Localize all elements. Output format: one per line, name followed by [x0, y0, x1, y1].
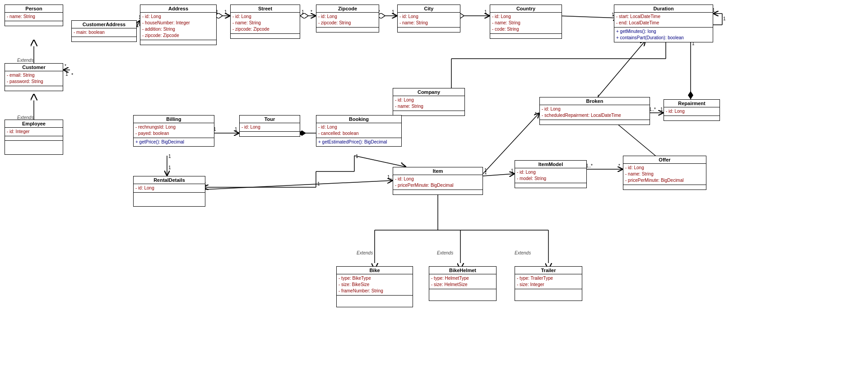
- class-customeraddress-attrs: - main: boolean: [72, 28, 136, 37]
- class-employee: Employee - id: Integer: [5, 120, 63, 155]
- class-duration-methods: + getMinutes(): long + containsPart(Dura…: [614, 28, 713, 42]
- extends-label-bike: Extends: [357, 250, 373, 255]
- svg-text:1: 1: [356, 154, 358, 159]
- class-bike: Bike - type: BikeType - size: BikeSize -…: [336, 266, 413, 307]
- svg-text:1: 1: [484, 168, 487, 173]
- svg-text:*: *: [71, 72, 74, 78]
- class-trailer-methods: [515, 289, 582, 301]
- class-company-header: Company: [393, 88, 464, 96]
- class-tour-methods: [240, 132, 300, 136]
- class-bike-methods: [337, 296, 413, 307]
- class-booking-header: Booking: [316, 116, 401, 123]
- class-trailer: Trailer - type: TrailerType - size: Inte…: [515, 266, 582, 301]
- class-tour: Tour - id: Long: [239, 115, 300, 137]
- class-item-methods: [393, 190, 483, 194]
- class-duration: Duration - start: LocalDateTime - end: L…: [614, 5, 713, 42]
- class-item-attrs: - id: Long - pricePerMinute: BigDecimal: [393, 175, 483, 190]
- svg-text:1: 1: [65, 72, 68, 77]
- class-country-attrs: - id: Long - name: String - code: String: [490, 13, 562, 34]
- class-offer: Offer - id: Long - name: String - priceP…: [623, 156, 706, 190]
- class-customeraddress-header: CustomerAddress: [72, 21, 136, 28]
- svg-text:1: 1: [168, 154, 171, 159]
- class-country: Country - id: Long - name: String - code…: [490, 5, 562, 39]
- class-item: Item - id: Long - pricePerMinute: BigDec…: [393, 167, 483, 195]
- svg-text:1: 1: [224, 9, 227, 14]
- class-tour-header: Tour: [240, 116, 300, 123]
- class-trailer-header: Trailer: [515, 267, 582, 274]
- class-customer-methods: [5, 86, 63, 91]
- class-bike-header: Bike: [337, 267, 413, 274]
- class-billing-methods: + getPrice(): BigDecimal: [134, 138, 214, 146]
- class-country-header: Country: [490, 5, 562, 13]
- class-employee-header: Employee: [5, 120, 63, 128]
- svg-text:1: 1: [392, 9, 395, 14]
- class-broken: Broken - id: Long - scheduledRepairment:…: [539, 97, 650, 125]
- extends-label-bikehelmet: Extends: [437, 250, 453, 255]
- class-street-methods: [231, 34, 300, 38]
- class-person-methods: [5, 21, 63, 26]
- class-zipcode-header: Zipcode: [316, 5, 379, 13]
- class-zipcode: Zipcode - id: Long - zipcode: String: [316, 5, 379, 32]
- class-person-attrs: - name: String: [5, 13, 63, 21]
- class-person: Person - name: String: [5, 5, 63, 26]
- class-employee-extra: [5, 141, 63, 154]
- class-customeraddress: CustomerAddress - main: boolean: [71, 20, 137, 42]
- class-bikehelmet-methods: [429, 289, 496, 301]
- class-rentaldetails-attrs: - id: Long: [134, 184, 205, 193]
- svg-text:1: 1: [484, 9, 487, 14]
- svg-text:*: *: [535, 111, 537, 116]
- class-itemmodel-attrs: - id: Long - model: String: [515, 168, 586, 183]
- extends-label-2: Extends: [17, 115, 33, 120]
- class-customer-header: Customer: [5, 64, 63, 71]
- class-broken-methods: [540, 120, 650, 125]
- class-broken-header: Broken: [540, 97, 650, 105]
- svg-text:1..*: 1..*: [586, 163, 593, 168]
- class-zipcode-attrs: - id: Long - zipcode: String: [316, 13, 379, 28]
- diagram-container: * 1 1 1..* 1 1 1 * * 1 * 1 1 1 1 1 *: [0, 0, 868, 370]
- class-street: Street - id: Long - name: String - zipco…: [230, 5, 300, 39]
- class-duration-attrs: - start: LocalDateTime - end: LocalDateT…: [614, 13, 713, 28]
- class-bikehelmet-header: BikeHelmet: [429, 267, 496, 274]
- class-duration-header: Duration: [614, 5, 713, 13]
- class-billing-header: Billing: [134, 116, 214, 123]
- class-repairment-methods: [664, 116, 719, 120]
- extends-label-trailer: Extends: [515, 250, 531, 255]
- class-bike-attrs: - type: BikeType - size: BikeSize - fram…: [337, 274, 413, 296]
- class-country-methods: [490, 34, 562, 38]
- class-person-header: Person: [5, 5, 63, 13]
- svg-text:*: *: [401, 162, 403, 166]
- class-company: Company - id: Long - name: String: [393, 88, 465, 116]
- svg-line-63: [596, 41, 645, 99]
- class-broken-attrs: - id: Long - scheduledRepairment: LocalD…: [540, 105, 650, 120]
- svg-text:*: *: [618, 163, 620, 168]
- class-city: City - id: Long - name: String: [397, 5, 460, 32]
- class-address-methods: [140, 40, 216, 45]
- svg-text:*: *: [311, 9, 312, 14]
- class-street-header: Street: [231, 5, 300, 13]
- svg-text:1: 1: [168, 165, 171, 170]
- class-booking-attrs: - id: Long - cancelled: boolean: [316, 123, 401, 138]
- class-address-attrs: - id: Long - houseNumber: Integer - addi…: [140, 13, 216, 40]
- svg-text:1: 1: [317, 181, 320, 186]
- class-repairment-header: Repairment: [664, 100, 719, 107]
- class-city-methods: [398, 28, 460, 32]
- class-billing-attrs: - rechnungsId: Long - payed: boolean: [134, 123, 214, 138]
- class-street-attrs: - id: Long - name: String - zipcode: Zip…: [231, 13, 300, 34]
- class-customeraddress-methods: [72, 37, 136, 42]
- class-rentaldetails-methods: [134, 193, 205, 206]
- svg-text:1: 1: [235, 127, 237, 132]
- class-company-attrs: - id: Long - name: String: [393, 96, 464, 111]
- class-address: Address - id: Long - houseNumber: Intege…: [140, 5, 217, 45]
- class-tour-attrs: - id: Long: [240, 123, 300, 132]
- svg-line-77: [354, 156, 406, 167]
- class-offer-header: Offer: [623, 156, 706, 164]
- svg-text:1: 1: [511, 168, 514, 173]
- svg-line-51: [203, 180, 393, 190]
- class-trailer-attrs: - type: TrailerType - size: Integer: [515, 274, 582, 289]
- class-itemmodel-header: ItemModel: [515, 161, 586, 168]
- class-itemmodel-methods: [515, 183, 586, 188]
- svg-text:1..*: 1..*: [649, 107, 656, 112]
- class-rentaldetails: RentalDetails - id: Long: [133, 176, 205, 207]
- svg-text:1: 1: [723, 16, 726, 21]
- class-customer-attrs: - email: String - password: String: [5, 71, 63, 86]
